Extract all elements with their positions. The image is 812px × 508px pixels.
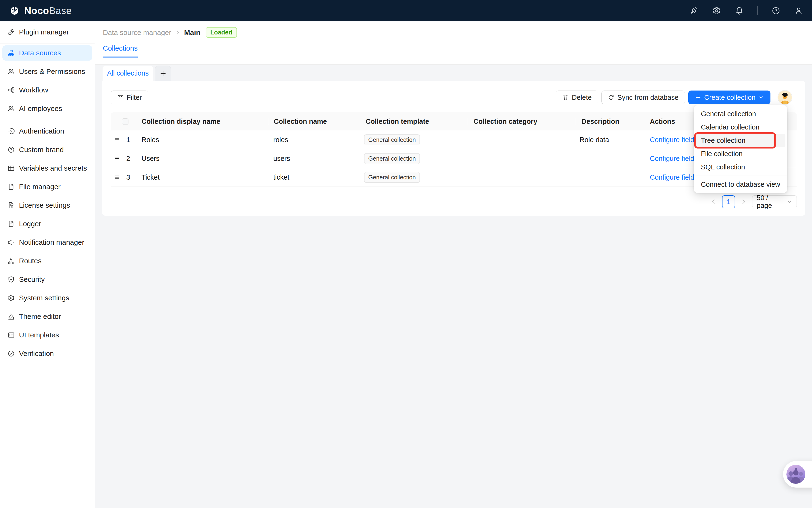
sidebar-item-notification-manager[interactable]: Notification manager xyxy=(0,233,95,252)
breadcrumb: Data source manager Main Loaded xyxy=(103,27,237,38)
sidebar-item-custom-brand[interactable]: Custom brand xyxy=(0,140,95,159)
megaphone-icon xyxy=(8,239,15,246)
topbar: NocoBase xyxy=(0,0,812,22)
sidebar-item-label: Verification xyxy=(19,349,54,357)
sync-icon xyxy=(608,94,615,101)
sidebar-item-security[interactable]: Security xyxy=(0,270,95,289)
sidebar-item-label: Custom brand xyxy=(19,146,64,154)
sidebar-item-label: Data sources xyxy=(19,49,61,57)
row-index: 2 xyxy=(126,155,130,163)
sidebar-item-data-sources[interactable]: Data sources xyxy=(2,45,92,60)
toolbar: Filter Delete Sync from database Create … xyxy=(111,90,792,104)
sidebar-item-label: UI templates xyxy=(19,331,59,339)
sidebar-item-logger[interactable]: Logger xyxy=(0,215,95,233)
sidebar-item-file-manager[interactable]: File manager xyxy=(0,177,95,196)
delete-button-label: Delete xyxy=(572,94,592,101)
page-size-value: 50 / page xyxy=(757,194,783,210)
sidebar-item-label: License settings xyxy=(19,201,70,209)
sidebar-item-verification[interactable]: Verification xyxy=(0,344,95,363)
sidebar-item-label: Theme editor xyxy=(19,312,61,321)
menu-item-general-collection[interactable]: General collection xyxy=(694,107,787,121)
sidebar-item-ui-templates[interactable]: UI templates xyxy=(0,326,95,344)
plus-icon xyxy=(159,70,167,77)
ai-employees-fab[interactable] xyxy=(783,461,812,488)
next-page-icon[interactable] xyxy=(740,199,747,205)
tab-collections[interactable]: Collections xyxy=(103,44,138,57)
sidebar-item-users-permissions[interactable]: Users & Permissions xyxy=(0,62,95,81)
sidebar-item-theme-editor[interactable]: Theme editor xyxy=(0,307,95,326)
sidebar-item-ai-employees[interactable]: AI employees xyxy=(0,99,95,118)
add-tab-button[interactable] xyxy=(155,66,171,81)
document-icon xyxy=(8,220,15,227)
filter-button[interactable]: Filter xyxy=(111,90,148,104)
drag-handle-icon[interactable] xyxy=(114,174,120,180)
help-icon[interactable] xyxy=(771,6,781,15)
page-size-select[interactable]: 50 / page xyxy=(752,195,797,208)
funnel-icon xyxy=(117,94,124,101)
sidebar-item-label: System settings xyxy=(19,294,69,302)
user-icon[interactable] xyxy=(794,6,804,15)
row-index: 1 xyxy=(126,136,130,144)
ai-employee-avatar-image xyxy=(778,90,792,104)
prev-page-icon[interactable] xyxy=(710,199,717,205)
configure-fields-link[interactable]: Configure fields xyxy=(650,173,698,181)
column-header-category: Collection category xyxy=(468,113,576,130)
sidebar-item-label: Logger xyxy=(19,220,41,228)
sidebar-item-plugin-manager[interactable]: Plugin manager xyxy=(0,23,95,41)
highlighter-icon[interactable] xyxy=(689,6,699,15)
menu-item-connect-database-view[interactable]: Connect to database view xyxy=(694,178,787,191)
topbar-divider xyxy=(757,6,758,15)
configure-fields-link[interactable]: Configure fields xyxy=(650,136,698,143)
configure-fields-link[interactable]: Configure fields xyxy=(650,155,698,162)
menu-item-sql-collection[interactable]: SQL collection xyxy=(694,160,787,174)
menu-item-file-collection[interactable]: File collection xyxy=(694,147,787,160)
sidebar-item-workflow[interactable]: Workflow xyxy=(0,81,95,99)
tab-all-collections[interactable]: All collections xyxy=(103,66,153,81)
sidebar-item-system-settings[interactable]: System settings xyxy=(0,289,95,307)
template-tag: General collection xyxy=(364,134,420,145)
cell-display-name: Ticket xyxy=(136,173,268,181)
workflow-icon xyxy=(8,86,15,94)
paint-icon xyxy=(8,313,15,320)
brand-name-light: Base xyxy=(49,5,72,16)
drag-handle-icon[interactable] xyxy=(114,137,120,143)
brand-logo[interactable]: NocoBase xyxy=(8,5,72,16)
breadcrumb-band: Data source manager Main Loaded Collecti… xyxy=(95,22,812,65)
breadcrumb-data-source-manager[interactable]: Data source manager xyxy=(103,29,172,37)
grid-icon xyxy=(8,165,15,172)
sidebar-item-authentication[interactable]: Authentication xyxy=(0,122,95,140)
sidebar-item-license-settings[interactable]: License settings xyxy=(0,196,95,215)
check-circle-icon xyxy=(8,350,15,357)
file-icon xyxy=(8,183,15,190)
cell-name: roles xyxy=(268,136,360,144)
gear-icon xyxy=(8,294,15,301)
drag-handle-icon[interactable] xyxy=(114,156,120,162)
ai-employee-avatar[interactable] xyxy=(777,90,792,105)
brand-name-bold: Noco xyxy=(24,5,49,16)
menu-item-calendar-collection[interactable]: Calendar collection xyxy=(694,121,787,134)
column-header-name: Collection name xyxy=(268,113,360,130)
sidebar-item-routes[interactable]: Routes xyxy=(0,252,95,270)
sidebar-item-label: Security xyxy=(19,276,45,284)
page-number[interactable]: 1 xyxy=(722,195,735,208)
menu-item-tree-collection[interactable]: Tree collection xyxy=(696,134,785,147)
app-root: NocoBase Plugin manager Data sources Use… xyxy=(0,0,812,508)
sidebar-item-label: AI employees xyxy=(19,104,62,113)
sidebar-item-label: Notification manager xyxy=(19,238,84,246)
sync-from-database-button[interactable]: Sync from database xyxy=(602,90,685,104)
cell-display-name: Roles xyxy=(136,136,268,144)
settings-gear-icon[interactable] xyxy=(712,6,721,15)
column-header-display-name: Collection display name xyxy=(136,113,268,130)
question-circle-icon xyxy=(8,146,15,153)
login-icon xyxy=(8,128,15,135)
select-all-checkbox[interactable] xyxy=(122,118,129,125)
nocobase-logo-icon xyxy=(8,5,20,16)
notifications-bell-icon[interactable] xyxy=(734,6,744,15)
collection-tabs: All collections xyxy=(103,66,171,81)
templates-icon xyxy=(8,332,15,339)
sidebar-item-variables-secrets[interactable]: Variables and secrets xyxy=(0,159,95,177)
delete-button[interactable]: Delete xyxy=(556,90,598,104)
sidebar-item-label: Workflow xyxy=(19,86,48,94)
create-collection-button[interactable]: Create collection xyxy=(688,90,770,104)
cell-name: ticket xyxy=(268,173,360,181)
